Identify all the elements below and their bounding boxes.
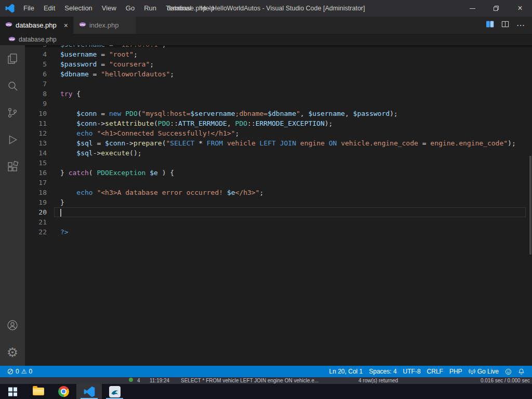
taskbar-mysql-workbench[interactable]: [102, 384, 127, 399]
go-live-button[interactable]: Go Live: [466, 368, 502, 375]
background-window-sliver[interactable]: 4 11:19:24 SELECT * FROM vehicle LEFT JO…: [0, 377, 532, 384]
code-line-7[interactable]: 7: [25, 79, 532, 89]
line-number: 5: [25, 60, 47, 68]
language-mode[interactable]: PHP: [446, 368, 466, 375]
code-line-13[interactable]: 13 $sql = $conn->prepare("SELECT * FROM …: [25, 138, 532, 148]
menu-go[interactable]: Go: [121, 0, 139, 17]
problems-indicator[interactable]: 0 ⚠ 0: [4, 368, 35, 375]
code-line-11[interactable]: 11 $conn->setAttribute(PDO::ATTR_ERRMODE…: [25, 118, 532, 128]
start-button[interactable]: [0, 384, 25, 399]
code-line-8[interactable]: 8try {: [25, 89, 532, 99]
taskbar-file-explorer[interactable]: [25, 384, 51, 399]
code-line-20[interactable]: 20: [25, 207, 532, 217]
run-debug-icon[interactable]: [0, 126, 25, 153]
code-line-4[interactable]: 4$username = "root";: [25, 49, 532, 59]
svg-text:php: php: [9, 37, 14, 40]
vscode-logo-icon: [5, 4, 15, 13]
taskbar-chrome[interactable]: [51, 384, 76, 399]
encoding-setting[interactable]: UTF-8: [400, 368, 424, 375]
broadcast-icon: [469, 368, 475, 375]
vscode-icon: [84, 386, 95, 397]
menu-run[interactable]: Run: [139, 0, 161, 17]
taskbar-vscode[interactable]: [76, 384, 102, 399]
line-number: 12: [25, 129, 47, 137]
code-line-10[interactable]: 10 $conn = new PDO("mysql:host=$serverna…: [25, 109, 532, 118]
code-line-15[interactable]: 15: [25, 158, 532, 168]
code-line-5[interactable]: 5$password = "coursera";: [25, 59, 532, 69]
line-number: 6: [25, 70, 47, 78]
line-number: 21: [25, 218, 47, 226]
line-number: 14: [25, 149, 47, 157]
code-line-17[interactable]: 17: [25, 178, 532, 188]
restore-button[interactable]: [484, 0, 508, 17]
eol-setting[interactable]: CRLF: [424, 368, 446, 375]
code-line-14[interactable]: 14 $sql->execute();: [25, 148, 532, 158]
editor-scrollbar[interactable]: [529, 156, 531, 255]
status-bar: 0 ⚠ 0 Ln 20, Col 1 Spaces: 4 UTF-8 CRLF …: [0, 366, 532, 377]
extensions-icon[interactable]: [0, 153, 25, 180]
code-line-9[interactable]: 9: [25, 99, 532, 109]
menu-edit[interactable]: Edit: [39, 0, 60, 17]
error-count: 0: [16, 368, 19, 375]
breadcrumb-file-name[interactable]: database.php: [19, 36, 57, 43]
source-control-icon[interactable]: [0, 99, 25, 126]
editor-actions: ⋯: [486, 17, 532, 34]
text-cursor: [60, 209, 61, 217]
code-line-18[interactable]: 18 echo "<h3>A database error occurred! …: [25, 188, 532, 197]
line-number: 4: [25, 50, 47, 58]
restore-icon: [493, 5, 499, 11]
result-message: 4 row(s) returned: [358, 378, 398, 383]
close-button[interactable]: ×: [508, 0, 532, 17]
search-icon[interactable]: [0, 72, 25, 99]
notifications-bell-icon[interactable]: [515, 368, 528, 375]
editor-tab-bar: phpdatabase.php×phpindex.php ⋯: [0, 17, 532, 34]
split-editor-icon[interactable]: [501, 20, 509, 30]
code-line-6[interactable]: 6$dbname = "helloworldautos";: [25, 69, 532, 79]
menu-selection[interactable]: Selection: [60, 0, 97, 17]
minimize-button[interactable]: [460, 0, 484, 17]
split-window-blue-icon[interactable]: [486, 20, 494, 30]
line-number: 22: [25, 228, 47, 236]
account-icon[interactable]: [0, 312, 25, 339]
tab-label: index.php: [89, 21, 118, 29]
feedback-smiley-icon[interactable]: [502, 368, 515, 375]
svg-text:php: php: [80, 23, 85, 26]
code-line-19[interactable]: 19}: [25, 197, 532, 207]
menu-help[interactable]: Help: [196, 0, 219, 17]
error-icon: [7, 368, 14, 375]
cursor-position[interactable]: Ln 20, Col 1: [326, 368, 366, 375]
tab-index.php[interactable]: phpindex.php: [74, 17, 136, 34]
tab-close-icon[interactable]: ×: [64, 21, 68, 30]
tab-database.php[interactable]: phpdatabase.php×: [0, 17, 74, 34]
windows-taskbar: [0, 384, 532, 399]
code-line-22[interactable]: 22?>: [25, 227, 532, 237]
windows-logo-icon: [8, 388, 17, 396]
code-line-12[interactable]: 12 echo "<h1>Connected Successfully!</h1…: [25, 128, 532, 138]
line-number: 8: [25, 90, 47, 98]
result-time: 11:19:24: [150, 378, 169, 383]
explorer-icon[interactable]: [0, 45, 25, 72]
line-number: 7: [25, 80, 47, 88]
chrome-icon: [58, 386, 69, 397]
line-number: 10: [25, 110, 47, 117]
line-number: 9: [25, 100, 47, 108]
result-duration: 0.016 sec / 0.000 sec: [481, 378, 530, 383]
result-action: SELECT * FROM vehicle LEFT JOIN engine O…: [181, 378, 318, 383]
php-file-icon: php: [79, 21, 86, 30]
code-editor[interactable]: 3$servername = "127.0.0.1";4$username = …: [25, 45, 532, 366]
menu-terminal[interactable]: Terminal: [161, 0, 196, 17]
code-line-16[interactable]: 16} catch( PDOException $e ) {: [25, 168, 532, 178]
line-number: 11: [25, 119, 47, 127]
breadcrumb[interactable]: php database.php: [0, 34, 532, 45]
vscode-window: FileEditSelectionViewGoRunTerminalHelp d…: [0, 0, 532, 399]
code-line-21[interactable]: 21: [25, 217, 532, 227]
warning-count: 0: [29, 368, 32, 375]
menu-bar: FileEditSelectionViewGoRunTerminalHelp: [19, 0, 219, 17]
indentation-setting[interactable]: Spaces: 4: [366, 368, 400, 375]
line-number: 13: [25, 139, 47, 147]
menu-file[interactable]: File: [19, 0, 39, 17]
menu-view[interactable]: View: [97, 0, 121, 17]
settings-gear-icon[interactable]: ⚙: [0, 339, 25, 366]
more-actions-icon[interactable]: ⋯: [516, 20, 525, 30]
line-number: 17: [25, 179, 47, 187]
